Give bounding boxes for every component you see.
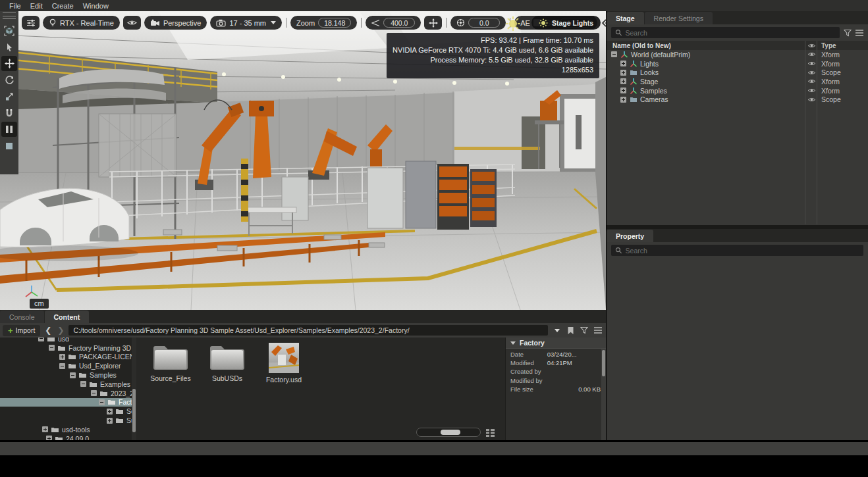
scale-tool-icon[interactable] bbox=[1, 89, 17, 104]
tab-render-settings[interactable]: Render Settings bbox=[645, 12, 713, 24]
menu-edit[interactable]: Edit bbox=[26, 2, 47, 10]
file-item-source-files[interactable]: Source_Files bbox=[146, 343, 196, 382]
collapse-icon[interactable] bbox=[38, 338, 44, 341]
tree-item-factory[interactable]: Factory bbox=[0, 398, 136, 407]
stage-row-lights[interactable]: Lights Xform bbox=[607, 59, 868, 68]
viewport-3d[interactable]: RTX - Real-Time Perspective 17 - 35 mm Z… bbox=[0, 11, 606, 310]
collapse-icon[interactable] bbox=[70, 372, 76, 378]
collapse-icon[interactable] bbox=[91, 390, 97, 396]
visibility-eye-icon[interactable] bbox=[807, 88, 816, 93]
frame-selection-icon[interactable] bbox=[1, 23, 17, 38]
thumbnail-size-slider[interactable] bbox=[416, 428, 481, 437]
back-icon[interactable]: ❮ bbox=[43, 326, 53, 335]
path-dropdown-icon[interactable] bbox=[555, 329, 560, 332]
bookmark-icon[interactable] bbox=[567, 326, 574, 335]
pan-dolly-icon[interactable] bbox=[424, 16, 442, 30]
folder-tree[interactable]: usd Factory Planning 3D Sam PACKAGE-LICE… bbox=[0, 338, 136, 440]
renderer-select[interactable]: RTX - Real-Time bbox=[43, 16, 120, 30]
visibility-eye-icon[interactable] bbox=[807, 78, 816, 84]
view-options-icon[interactable] bbox=[594, 327, 602, 334]
tree-item-usd-tools[interactable]: usd-tools bbox=[0, 425, 136, 434]
expand-icon[interactable] bbox=[107, 409, 113, 414]
column-name-label[interactable]: Name (Old to New) bbox=[607, 42, 671, 49]
collapse-icon[interactable] bbox=[59, 363, 65, 369]
zoom-value-field[interactable]: 18.148 bbox=[318, 18, 351, 28]
toolbar-collapse-icon[interactable] bbox=[601, 18, 606, 28]
stage-lights-button[interactable]: Stage Lights bbox=[531, 16, 601, 30]
tab-console[interactable]: Console bbox=[0, 311, 44, 323]
stage-row-stage[interactable]: Stage Xform bbox=[607, 77, 868, 86]
tree-item-usd-explorer[interactable]: Usd_Explorer bbox=[0, 361, 136, 370]
select-tool-icon[interactable] bbox=[1, 39, 17, 55]
property-search-input[interactable] bbox=[626, 247, 859, 255]
expand-icon[interactable] bbox=[620, 61, 626, 66]
tree-item-factory-planning[interactable]: Factory Planning 3D Sam bbox=[0, 343, 136, 353]
focal-distance-control[interactable]: 400.0 bbox=[366, 16, 421, 30]
forward-icon[interactable]: ❯ bbox=[56, 326, 65, 335]
expand-icon[interactable] bbox=[107, 418, 113, 424]
tab-content[interactable]: Content bbox=[45, 311, 90, 323]
tab-property[interactable]: Property bbox=[607, 230, 653, 242]
collapse-icon[interactable] bbox=[80, 381, 86, 387]
camera-select[interactable]: Perspective bbox=[144, 16, 207, 30]
expand-icon[interactable] bbox=[46, 436, 52, 440]
visibility-eye-icon[interactable] bbox=[807, 97, 816, 103]
zoom-control[interactable]: Zoom 18.148 bbox=[290, 16, 357, 30]
property-search-box[interactable] bbox=[611, 245, 863, 256]
expand-icon[interactable] bbox=[59, 354, 65, 360]
exposure-control[interactable]: 0.0 bbox=[450, 16, 506, 30]
collapse-icon[interactable] bbox=[99, 399, 105, 405]
focal-value-field[interactable]: 400.0 bbox=[383, 18, 415, 28]
snap-tool-icon[interactable] bbox=[1, 105, 17, 120]
tree-item-examples[interactable]: Examples bbox=[0, 380, 136, 389]
exposure-value-field[interactable]: 0.0 bbox=[468, 18, 500, 28]
tree-item-clipped[interactable]: 24.09.0 bbox=[0, 434, 136, 440]
visibility-eye-icon[interactable] bbox=[807, 61, 816, 66]
details-scrollbar[interactable] bbox=[601, 349, 606, 440]
tree-item-subusds[interactable]: Sub bbox=[0, 416, 136, 425]
visibility-toggle[interactable] bbox=[123, 16, 141, 30]
collapse-icon[interactable] bbox=[49, 345, 55, 351]
menu-window[interactable]: Window bbox=[79, 2, 113, 10]
file-item-factory-usd[interactable]: Factory.usd bbox=[259, 343, 309, 384]
file-item-subusds[interactable]: SubUSDs bbox=[202, 343, 252, 382]
list-view-icon[interactable] bbox=[485, 428, 495, 438]
stage-search-box[interactable] bbox=[611, 27, 840, 38]
tree-item-2023-2[interactable]: 2023_2 bbox=[0, 389, 136, 398]
import-button[interactable]: + Import bbox=[3, 325, 40, 336]
expand-icon[interactable] bbox=[620, 97, 626, 103]
section-tool-icon[interactable] bbox=[1, 138, 17, 153]
tree-item-package-licenses[interactable]: PACKAGE-LICENSES bbox=[0, 353, 136, 362]
tree-item-samples[interactable]: Samples bbox=[0, 370, 136, 380]
options-menu-icon[interactable] bbox=[855, 30, 863, 36]
stage-row-looks[interactable]: Looks Scope bbox=[607, 68, 868, 77]
tree-item-source-files[interactable]: Sou bbox=[0, 407, 136, 416]
stage-row-cameras[interactable]: Cameras Scope bbox=[607, 95, 868, 104]
menu-file[interactable]: File bbox=[5, 2, 25, 10]
stage-search-input[interactable] bbox=[625, 29, 836, 37]
stage-row-world[interactable]: World (defaultPrim) Xform bbox=[607, 50, 868, 59]
path-bar[interactable]: C:/tools/omniverse/usd/Factory Planning … bbox=[68, 325, 548, 336]
viewport-settings-button[interactable] bbox=[22, 16, 40, 30]
pause-updates-icon[interactable] bbox=[1, 122, 17, 137]
toolbar-grip-icon[interactable] bbox=[3, 13, 16, 19]
details-header[interactable]: Factory bbox=[506, 338, 606, 349]
tree-scrollbar[interactable] bbox=[132, 338, 136, 440]
details-scrollbar-thumb[interactable] bbox=[602, 350, 605, 376]
menu-create[interactable]: Create bbox=[48, 2, 78, 10]
slider-handle[interactable] bbox=[441, 430, 460, 435]
filter-icon[interactable] bbox=[844, 29, 852, 37]
stage-row-samples[interactable]: Samples Xform bbox=[607, 86, 868, 95]
visibility-eye-icon[interactable] bbox=[807, 70, 816, 76]
file-grid[interactable]: Source_Files SubUSDs bbox=[136, 338, 505, 440]
move-tool-icon[interactable] bbox=[1, 56, 17, 71]
expand-icon[interactable] bbox=[620, 88, 626, 93]
tree-item-usd[interactable]: usd bbox=[0, 338, 136, 343]
tree-scrollbar-thumb[interactable] bbox=[132, 389, 136, 432]
rotate-tool-icon[interactable] bbox=[1, 72, 17, 88]
visibility-eye-icon[interactable] bbox=[807, 51, 816, 57]
collapse-icon[interactable] bbox=[611, 51, 617, 57]
expand-icon[interactable] bbox=[42, 426, 48, 432]
column-type-label[interactable]: Type bbox=[821, 42, 867, 49]
lens-select[interactable]: 17 - 35 mm bbox=[210, 16, 282, 30]
